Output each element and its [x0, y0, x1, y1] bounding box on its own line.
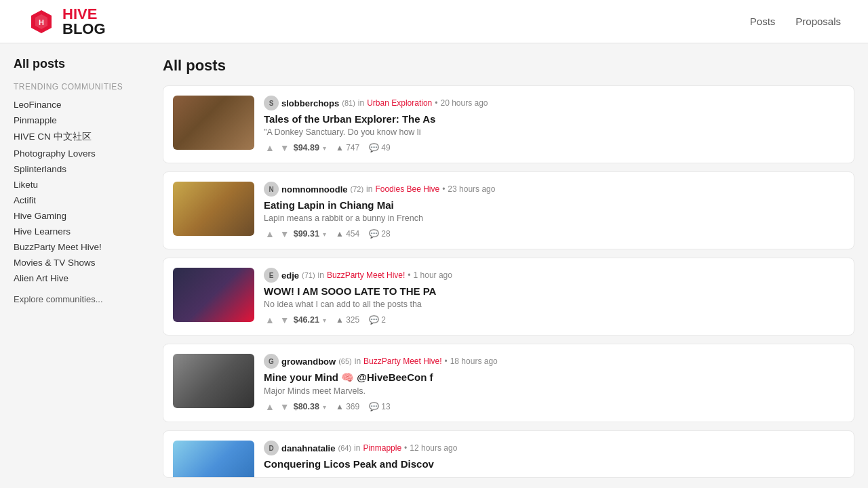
svg-text:H: H	[39, 18, 44, 26]
post-meta: D danahnatalie (64) in Pinmapple • 12 ho…	[264, 441, 844, 455]
post-author[interactable]: edje	[281, 270, 299, 281]
sidebar-item-hive-gaming[interactable]: Hive Gaming	[14, 208, 149, 224]
post-time: 20 hours ago	[440, 98, 488, 108]
upvote-count: ▲ 325	[336, 315, 359, 325]
downvote-button[interactable]: ▼	[279, 314, 291, 325]
post-card: G growandbow (65) in BuzzParty Meet Hive…	[163, 344, 854, 422]
post-title[interactable]: Conquering Licos Peak and Discov	[264, 458, 844, 470]
post-actions: ▲ ▼ $80.38 ▾ ▲ 369 💬 13	[264, 401, 844, 412]
post-body: G growandbow (65) in BuzzParty Meet Hive…	[264, 354, 844, 412]
upvote-count: ▲ 369	[336, 402, 359, 411]
payout: $46.21	[294, 315, 319, 325]
post-title[interactable]: Eating Lapin in Chiang Mai	[264, 199, 844, 211]
comment-count[interactable]: 💬 28	[369, 229, 390, 239]
sidebar-item-splinterlands[interactable]: Splinterlands	[14, 161, 149, 177]
post-author[interactable]: slobberchops	[281, 98, 339, 108]
explore-communities-link[interactable]: Explore communities...	[14, 294, 149, 304]
downvote-button[interactable]: ▼	[279, 401, 291, 412]
post-author[interactable]: danahnatalie	[281, 443, 335, 453]
vote-group: ▲ ▼ $99.31 ▾	[264, 228, 326, 239]
post-time: 1 hour ago	[414, 270, 452, 280]
post-title[interactable]: Tales of the Urban Explorer: The As	[264, 113, 844, 125]
nav-posts[interactable]: Posts	[750, 16, 776, 27]
downvote-button[interactable]: ▼	[279, 228, 291, 239]
sidebar-item-actifit[interactable]: Actifit	[14, 192, 149, 208]
site-header: H HIVE BLOG Posts Proposals	[0, 0, 868, 43]
vote-group: ▲ ▼ $46.21 ▾	[264, 314, 326, 325]
posts-content: All posts S slobberchops (81) in Urban E…	[163, 57, 854, 486]
sidebar-item-alien-art[interactable]: Alien Art Hive	[14, 270, 149, 286]
post-title[interactable]: WOW! I AM SOOO LATE TO THE PA	[264, 285, 844, 297]
post-card: S slobberchops (81) in Urban Exploration…	[163, 85, 854, 163]
post-community[interactable]: BuzzParty Meet Hive!	[327, 270, 405, 280]
upvote-button[interactable]: ▲	[264, 401, 276, 412]
sidebar-item-hive-cn[interactable]: HIVE CN 中文社区	[14, 128, 149, 146]
post-rep: (81)	[342, 99, 355, 107]
post-author[interactable]: growandbow	[281, 357, 336, 367]
post-time: 23 hours ago	[448, 184, 495, 194]
post-actions: ▲ ▼ $99.31 ▾ ▲ 454 💬 28	[264, 228, 844, 239]
post-excerpt: Lapin means a rabbit or a bunny in Frenc…	[264, 214, 844, 223]
post-author[interactable]: nomnomnoodle	[281, 184, 348, 195]
post-meta: S slobberchops (81) in Urban Exploration…	[264, 96, 844, 110]
sidebar-item-movies[interactable]: Movies & TV Shows	[14, 255, 149, 270]
sidebar-item-leofinance[interactable]: LeoFinance	[14, 97, 149, 113]
upvote-count: ▲ 454	[336, 229, 359, 239]
post-rep: (64)	[338, 444, 351, 452]
downvote-button[interactable]: ▼	[279, 142, 291, 153]
logo-text: HIVE BLOG	[62, 7, 106, 37]
avatar: S	[264, 96, 279, 110]
comment-count[interactable]: 💬 13	[369, 402, 390, 411]
header-nav: Posts Proposals	[750, 16, 841, 27]
post-meta: N nomnomnoodle (72) in Foodies Bee Hive …	[264, 182, 844, 197]
nav-proposals[interactable]: Proposals	[795, 16, 841, 27]
post-thumbnail	[173, 441, 254, 478]
post-card: N nomnomnoodle (72) in Foodies Bee Hive …	[163, 171, 854, 249]
post-rep: (65)	[338, 357, 352, 365]
post-thumbnail	[173, 268, 254, 322]
post-community[interactable]: Foodies Bee Hive	[375, 184, 439, 194]
upvote-button[interactable]: ▲	[264, 142, 276, 153]
post-excerpt: Major Minds meet Marvels.	[264, 386, 844, 396]
avatar: E	[264, 268, 279, 283]
upvote-button[interactable]: ▲	[264, 228, 276, 239]
post-body: N nomnomnoodle (72) in Foodies Bee Hive …	[264, 182, 844, 239]
sidebar-item-hive-learners[interactable]: Hive Learners	[14, 224, 149, 239]
avatar: G	[264, 354, 279, 369]
post-actions: ▲ ▼ $94.89 ▾ ▲ 747 💬 49	[264, 142, 844, 153]
trending-label: Trending Communities	[14, 82, 149, 92]
upvote-button[interactable]: ▲	[264, 314, 276, 325]
post-meta: E edje (71) in BuzzParty Meet Hive! • 1 …	[264, 268, 844, 283]
comment-count[interactable]: 💬 2	[369, 315, 386, 325]
post-time: 12 hours ago	[410, 443, 457, 453]
sidebar-item-photography[interactable]: Photography Lovers	[14, 146, 149, 161]
sidebar-item-liketu[interactable]: Liketu	[14, 177, 149, 192]
post-time: 18 hours ago	[450, 357, 498, 366]
post-community[interactable]: BuzzParty Meet Hive!	[363, 357, 441, 366]
post-rep: (72)	[351, 185, 364, 193]
post-body: D danahnatalie (64) in Pinmapple • 12 ho…	[264, 441, 844, 472]
logo[interactable]: H HIVE BLOG	[27, 7, 106, 37]
post-community[interactable]: Pinmapple	[363, 443, 401, 453]
upvote-count: ▲ 747	[336, 143, 359, 152]
post-meta: G growandbow (65) in BuzzParty Meet Hive…	[264, 354, 844, 369]
post-excerpt: "A Donkey Sanctuary. Do you know how li	[264, 127, 844, 137]
comment-count[interactable]: 💬 49	[369, 143, 390, 152]
post-excerpt: No idea what I can add to all the posts …	[264, 300, 844, 309]
main-layout: All posts Trending Communities LeoFinanc…	[0, 43, 868, 488]
post-rep: (71)	[302, 271, 315, 279]
post-community[interactable]: Urban Exploration	[367, 98, 432, 108]
content-title: All posts	[163, 57, 854, 75]
sidebar-item-pinmapple[interactable]: Pinmapple	[14, 113, 149, 128]
payout: $94.89	[294, 143, 319, 152]
sidebar-item-buzzparty[interactable]: BuzzParty Meet Hive!	[14, 239, 149, 255]
payout: $99.31	[294, 229, 319, 239]
post-thumbnail	[173, 354, 254, 408]
post-body: E edje (71) in BuzzParty Meet Hive! • 1 …	[264, 268, 844, 325]
post-body: S slobberchops (81) in Urban Exploration…	[264, 96, 844, 153]
post-thumbnail	[173, 96, 254, 150]
sidebar: All posts Trending Communities LeoFinanc…	[14, 57, 149, 486]
post-card: D danahnatalie (64) in Pinmapple • 12 ho…	[163, 430, 854, 478]
post-title[interactable]: Mine your Mind 🧠 @HiveBeeCon f	[264, 371, 844, 384]
vote-group: ▲ ▼ $94.89 ▾	[264, 142, 326, 153]
